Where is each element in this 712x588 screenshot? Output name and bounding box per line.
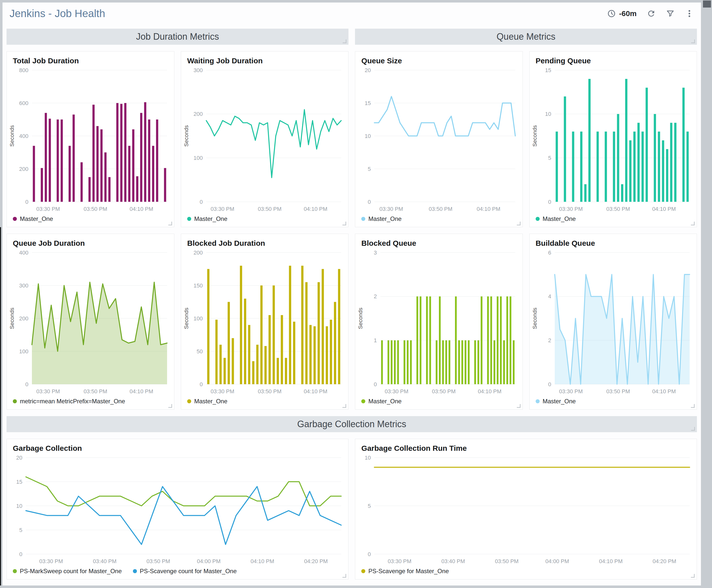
svg-text:2: 2 <box>548 337 551 343</box>
section-title: Garbage Collection Metrics <box>297 419 406 429</box>
legend-dot <box>361 217 365 221</box>
panel-pending-queue: Pending Queue 05101503:30 PM03:50 PM04:1… <box>530 51 697 227</box>
blocked-job-duration-chart[interactable]: 05010015020003:30 PM03:50 PM04:10 PMSeco… <box>181 249 348 396</box>
resize-corner[interactable] <box>168 404 172 408</box>
queue-size-chart[interactable]: 0510152003:30 PM03:50 PM04:10 PM <box>355 66 522 214</box>
svg-text:Seconds: Seconds <box>532 308 538 329</box>
resize-corner[interactable] <box>691 574 695 578</box>
time-range-label[interactable]: -60m <box>619 9 637 18</box>
svg-text:10: 10 <box>16 503 22 509</box>
gc-run-time-chart[interactable]: 051003:30 PM03:40 PM03:50 PM04:00 PM04:1… <box>355 454 697 566</box>
total-job-duration-chart[interactable]: 020040060080003:30 PM03:50 PM04:10 PMSec… <box>7 66 174 214</box>
resize-corner[interactable] <box>691 39 695 43</box>
svg-text:200: 200 <box>19 315 28 322</box>
resize-corner[interactable] <box>691 404 695 408</box>
time-range-control[interactable]: -60m <box>607 9 637 18</box>
svg-text:100: 100 <box>19 348 28 355</box>
legend-item[interactable]: PS-MarkSweep count for Master_One <box>13 568 122 575</box>
legend-item[interactable]: Master_One <box>187 398 228 405</box>
legend-dot <box>187 399 191 403</box>
svg-text:0: 0 <box>25 381 28 387</box>
svg-text:0: 0 <box>19 551 22 557</box>
svg-text:15: 15 <box>16 479 22 485</box>
resize-corner[interactable] <box>342 574 346 578</box>
section-header-gc[interactable]: Garbage Collection Metrics <box>6 416 697 432</box>
svg-text:04:10 PM: 04:10 PM <box>477 206 500 212</box>
resize-corner[interactable] <box>342 404 346 408</box>
resize-corner[interactable] <box>168 222 172 225</box>
svg-text:03:30 PM: 03:30 PM <box>39 558 63 564</box>
browser-frame: Jenkins - Job Health -60m <box>0 0 712 588</box>
legend-label: PS-MarkSweep count for Master_One <box>20 568 122 575</box>
legend-label: PS-Scavenge count for Master_One <box>140 568 237 575</box>
waiting-job-duration-chart[interactable]: 010020030003:30 PM03:50 PM04:10 PMSecond… <box>181 66 348 214</box>
queue-job-duration-chart[interactable]: 010020030040003:30 PM03:50 PM04:10 PMSec… <box>7 249 174 396</box>
pending-queue-chart[interactable]: 05101503:30 PM03:50 PM04:10 PMSeconds <box>530 66 697 214</box>
svg-text:20: 20 <box>16 455 22 461</box>
legend-dot <box>133 569 137 573</box>
svg-text:300: 300 <box>19 282 28 289</box>
legend-dot <box>13 569 17 573</box>
resize-corner[interactable] <box>517 404 521 408</box>
resize-corner[interactable] <box>342 222 346 225</box>
svg-text:0: 0 <box>25 199 28 205</box>
resize-corner[interactable] <box>691 222 695 225</box>
clock-icon <box>607 9 616 18</box>
garbage-collection-chart[interactable]: 0510152003:30 PM03:40 PM03:50 PM04:00 PM… <box>7 454 348 566</box>
panel-gc-run-time: Garbage Collection Run Time 051003:30 PM… <box>355 439 697 580</box>
svg-text:04:10 PM: 04:10 PM <box>652 206 676 212</box>
filter-icon[interactable] <box>666 9 675 18</box>
kebab-menu-icon[interactable] <box>685 9 694 18</box>
panel-title: Waiting Job Duration <box>181 51 348 66</box>
panel-total-job-duration: Total Job Duration 020040060080003:30 PM… <box>6 51 174 227</box>
legend-label: Master_One <box>194 398 228 405</box>
svg-text:Seconds: Seconds <box>183 125 190 147</box>
legend: Master_One <box>355 214 522 227</box>
svg-text:04:20 PM: 04:20 PM <box>653 558 676 564</box>
svg-text:04:10 PM: 04:10 PM <box>304 388 327 395</box>
legend-item[interactable]: Master_One <box>536 215 576 223</box>
buildable-queue-chart[interactable]: 024603:30 PM03:50 PM04:10 PMSeconds <box>530 249 697 396</box>
svg-text:10: 10 <box>365 133 371 139</box>
legend-label: Master_One <box>543 398 576 405</box>
resize-corner[interactable] <box>343 39 346 43</box>
svg-text:200: 200 <box>193 250 203 256</box>
legend-item[interactable]: Master_One <box>13 215 53 223</box>
legend-item[interactable]: Master_One <box>536 398 576 405</box>
legend-item[interactable]: Master_One <box>361 398 402 405</box>
section-header-queue[interactable]: Queue Metrics <box>355 29 697 45</box>
panel-title: Queue Size <box>355 51 522 66</box>
legend: Master_One <box>181 396 348 410</box>
legend-dot <box>361 399 365 403</box>
legend: PS-MarkSweep count for Master_One PS-Sca… <box>7 566 348 579</box>
dashboard: Jenkins - Job Health -60m <box>2 2 701 586</box>
legend-item[interactable]: Master_One <box>361 215 402 223</box>
svg-text:04:00 PM: 04:00 PM <box>197 558 221 564</box>
svg-text:03:50 PM: 03:50 PM <box>84 206 107 212</box>
legend-item[interactable]: PS-Scavenge for Master_One <box>361 568 449 575</box>
svg-text:150: 150 <box>193 282 203 289</box>
legend-item[interactable]: metric=mean MetricPrefix=Master_One <box>13 398 125 405</box>
svg-text:1: 1 <box>374 337 377 343</box>
legend-dot <box>361 569 365 573</box>
legend-item[interactable]: Master_One <box>187 215 228 223</box>
svg-text:Seconds: Seconds <box>9 308 15 329</box>
svg-text:15: 15 <box>545 67 551 74</box>
legend-label: PS-Scavenge for Master_One <box>368 568 449 575</box>
refresh-icon[interactable] <box>647 9 656 18</box>
page-title: Jenkins - Job Health <box>9 7 105 20</box>
legend-item[interactable]: PS-Scavenge count for Master_One <box>133 568 237 575</box>
scrollbar-thumb[interactable] <box>703 0 711 7</box>
panel-title: Buildable Queue <box>530 234 697 249</box>
svg-text:5: 5 <box>368 503 371 509</box>
svg-text:0: 0 <box>200 199 203 205</box>
svg-text:03:30 PM: 03:30 PM <box>36 206 60 212</box>
svg-text:03:50 PM: 03:50 PM <box>495 558 519 564</box>
resize-corner[interactable] <box>691 427 695 431</box>
resize-corner[interactable] <box>517 222 521 225</box>
blocked-queue-chart[interactable]: 012303:30 PM03:50 PM04:10 PMSeconds <box>355 249 522 396</box>
svg-text:6: 6 <box>548 250 551 256</box>
legend: Master_One <box>355 396 522 410</box>
svg-text:03:50 PM: 03:50 PM <box>147 558 170 564</box>
section-header-job-duration[interactable]: Job Duration Metrics <box>6 29 348 45</box>
